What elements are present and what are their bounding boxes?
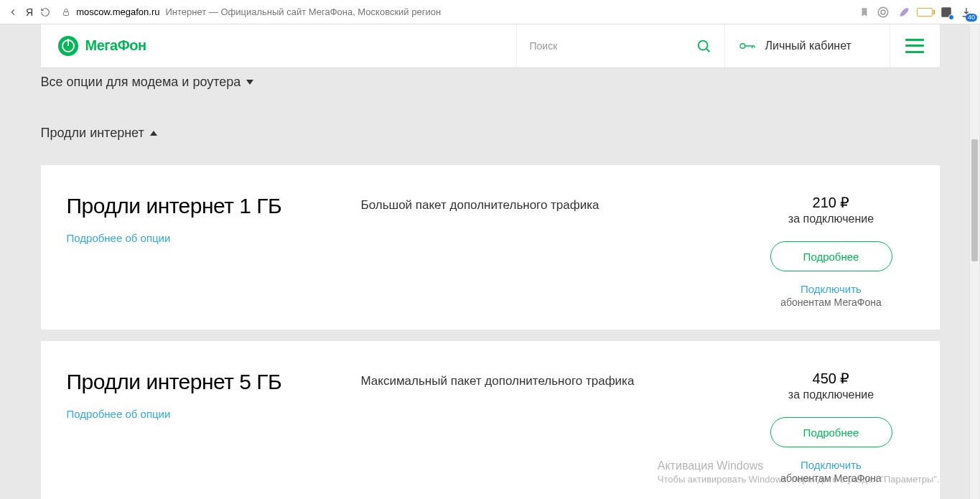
- tariff-details-link[interactable]: Подробнее об опции: [67, 232, 171, 244]
- browser-chrome: Я moscow.megafon.ru Интернет — Официальн…: [0, 0, 980, 24]
- bookmark-icon[interactable]: [859, 7, 869, 17]
- chevron-down-icon: [246, 80, 253, 85]
- url-page-title: Интернет — Официальный сайт МегаФона, Мо…: [165, 6, 441, 17]
- search-box[interactable]: [516, 24, 724, 67]
- tariff-description: Большой пакет дополнительного трафика: [361, 194, 720, 308]
- extension-icon[interactable]: [940, 6, 953, 19]
- connect-note: абонентам МегаФона: [749, 297, 914, 308]
- logo-icon: [58, 36, 78, 56]
- feather-icon[interactable]: [897, 6, 910, 19]
- tariff-price-sub: за подключение: [749, 388, 914, 401]
- svg-rect-0: [64, 11, 69, 15]
- svg-point-2: [881, 10, 885, 14]
- lock-icon: [62, 8, 70, 17]
- search-icon[interactable]: [696, 38, 711, 54]
- tariff-details-link[interactable]: Подробнее об опции: [67, 408, 171, 420]
- nav-back-button[interactable]: [7, 6, 19, 18]
- section-label: Продли интернет: [41, 126, 144, 141]
- section-label: Все опции для модема и роутера: [41, 75, 241, 90]
- site-header: МегаФон Личный кабинет: [41, 24, 940, 67]
- address-bar[interactable]: moscow.megafon.ru Интернет — Официальный…: [57, 6, 852, 17]
- details-button[interactable]: Подробнее: [770, 241, 892, 271]
- section-toggle-extend-internet[interactable]: Продли интернет: [41, 120, 940, 145]
- tariff-price: 450 ₽: [749, 370, 914, 387]
- battery-icon[interactable]: [917, 8, 933, 17]
- tariff-price-sub: за подключение: [749, 213, 914, 225]
- menu-button[interactable]: [890, 24, 940, 67]
- tariff-title: Продли интернет 1 ГБ: [67, 194, 332, 219]
- svg-point-4: [698, 40, 707, 50]
- yandex-logo-icon[interactable]: Я: [26, 6, 33, 18]
- circle-icon[interactable]: [877, 6, 890, 19]
- tariff-card: Продли интернет 1 ГБ Подробнее об опции …: [41, 165, 940, 330]
- svg-point-1: [878, 7, 888, 17]
- browser-extension-icons: [877, 6, 973, 19]
- tariff-card: Продли интернет 5 ГБ Подробнее об опции …: [41, 341, 940, 499]
- tariff-description: Максимальный пакет дополнительного трафи…: [361, 370, 720, 484]
- logo-text: МегаФон: [85, 37, 146, 54]
- scrollbar-thumb[interactable]: [971, 139, 978, 261]
- tariff-title: Продли интернет 5 ГБ: [67, 370, 332, 395]
- hamburger-icon: [905, 39, 924, 53]
- connect-link[interactable]: Подключить: [749, 459, 914, 471]
- connect-link[interactable]: Подключить: [749, 283, 914, 295]
- page-content: МегаФон Личный кабинет Все опции для мод…: [31, 24, 950, 499]
- account-link[interactable]: Личный кабинет: [724, 24, 890, 67]
- account-label: Личный кабинет: [765, 39, 851, 52]
- details-button[interactable]: Подробнее: [770, 417, 892, 447]
- tariff-price: 210 ₽: [749, 194, 914, 211]
- connect-note: абонентам МегаФона: [749, 472, 914, 484]
- chevron-up-icon: [150, 131, 157, 136]
- search-input[interactable]: [530, 40, 690, 52]
- svg-point-5: [740, 43, 745, 48]
- scrollbar[interactable]: [969, 24, 979, 499]
- key-icon: [739, 41, 755, 51]
- site-logo[interactable]: МегаФон: [41, 24, 164, 67]
- download-icon[interactable]: [960, 6, 973, 19]
- section-toggle-modem[interactable]: Все опции для модема и роутера: [41, 69, 940, 94]
- url-domain: moscow.megafon.ru: [76, 6, 159, 17]
- reload-button[interactable]: [40, 7, 50, 17]
